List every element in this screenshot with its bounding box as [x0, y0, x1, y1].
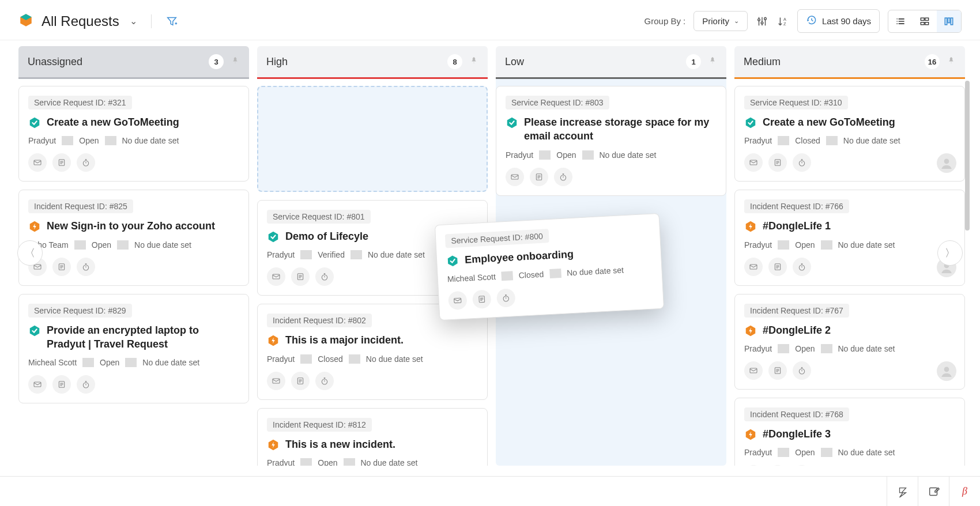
column-count: 16 — [925, 54, 940, 69]
mail-icon[interactable] — [744, 465, 763, 466]
note-icon[interactable] — [472, 290, 492, 309]
request-card[interactable]: Incident Request ID: #768 #DongleLife 3 … — [734, 398, 965, 466]
request-card[interactable]: Incident Request ID: #825 New Sign-in to… — [18, 190, 249, 285]
mail-icon[interactable] — [28, 375, 47, 394]
mail-icon[interactable] — [267, 372, 285, 390]
incident-request-icon — [744, 220, 757, 233]
timer-icon[interactable] — [793, 361, 811, 380]
due-date: No due date set — [137, 358, 205, 367]
timer-icon[interactable] — [77, 375, 95, 394]
pin-icon[interactable] — [231, 56, 240, 67]
column-body[interactable]: Service Request ID: #310 Create a new Go… — [734, 79, 965, 466]
timer-icon[interactable] — [77, 153, 95, 172]
requester: Pradyut — [267, 458, 300, 466]
card-title: Employee onboarding — [465, 247, 574, 267]
status: Open — [94, 358, 125, 367]
card-meta: Pradyut Open No due date set — [267, 458, 478, 466]
page-title: All Requests — [42, 13, 119, 29]
timer-icon[interactable] — [77, 258, 95, 276]
note-icon[interactable] — [530, 168, 548, 186]
status: Closed — [312, 354, 349, 364]
mail-icon[interactable] — [28, 153, 47, 172]
card-title: This is a new incident. — [285, 437, 395, 451]
request-card[interactable]: Incident Request ID: #767 #DongleLife 2 … — [734, 294, 965, 390]
column-count: 3 — [209, 54, 224, 69]
view-kanban-button[interactable] — [937, 10, 961, 32]
card-meta: Zoho Team Open No due date set — [28, 240, 239, 250]
timer-icon[interactable] — [793, 465, 811, 466]
pin-icon[interactable] — [469, 56, 478, 67]
mail-icon[interactable] — [267, 267, 285, 286]
request-card[interactable]: Service Request ID: #310 Create a new Go… — [734, 86, 965, 182]
column-body[interactable]: Service Request ID: #321 Create a new Go… — [18, 79, 249, 466]
request-card[interactable]: Incident Request ID: #766 #DongleLife 1 … — [734, 190, 965, 285]
assignee-avatar[interactable] — [937, 153, 956, 173]
status: Open — [312, 458, 343, 466]
timer-icon[interactable] — [793, 258, 811, 276]
status: Open — [73, 136, 104, 145]
beta-button[interactable]: β — [949, 477, 980, 507]
mail-icon[interactable] — [744, 153, 763, 172]
mail-icon[interactable] — [506, 168, 524, 186]
card-title: #DongleLife 3 — [763, 427, 831, 441]
requester: Micheal Scott — [447, 272, 502, 284]
due-date: No due date set — [362, 250, 431, 259]
column-header[interactable]: Unassigned 3 — [18, 46, 249, 79]
incident-request-icon — [28, 220, 41, 233]
timer-icon[interactable] — [315, 267, 334, 286]
settings-sliders-button[interactable] — [756, 15, 768, 28]
note-icon[interactable] — [768, 153, 787, 172]
timer-icon[interactable] — [496, 288, 516, 308]
mail-icon[interactable] — [744, 258, 763, 276]
note-icon[interactable] — [52, 375, 71, 394]
service-request-icon — [506, 116, 518, 129]
pin-icon[interactable] — [708, 56, 717, 67]
note-icon[interactable] — [768, 258, 787, 276]
note-icon[interactable] — [291, 372, 310, 390]
column-header[interactable]: High 8 — [257, 46, 488, 79]
pin-icon[interactable] — [947, 56, 956, 67]
edit-button[interactable] — [918, 477, 949, 507]
request-card[interactable]: Service Request ID: #829 Provide an encr… — [18, 294, 249, 404]
sort-az-button[interactable] — [777, 15, 789, 28]
mail-icon[interactable] — [744, 361, 763, 380]
assignee-avatar[interactable] — [937, 361, 956, 381]
column-title: High — [266, 56, 288, 68]
view-list-button[interactable] — [888, 10, 913, 32]
scroll-left-button[interactable]: 〈 — [17, 240, 43, 266]
incident-request-icon — [744, 428, 757, 441]
note-icon[interactable] — [291, 267, 310, 286]
view-toggle — [888, 10, 962, 33]
request-card[interactable]: Service Request ID: #321 Create a new Go… — [18, 86, 249, 182]
request-card[interactable]: Incident Request ID: #812 This is a new … — [257, 408, 488, 466]
timer-icon[interactable] — [793, 153, 811, 172]
date-range-button[interactable]: Last 90 days — [797, 9, 880, 33]
incident-request-icon — [267, 439, 280, 451]
request-id-chip: Incident Request ID: #825 — [28, 199, 133, 213]
view-grid-button[interactable] — [913, 10, 937, 32]
title-dropdown-chevron-icon[interactable]: ⌄ — [130, 16, 137, 27]
filter-button[interactable] — [165, 15, 178, 28]
service-request-icon — [28, 116, 41, 129]
column-count: 1 — [686, 54, 701, 69]
note-icon[interactable] — [52, 258, 71, 276]
note-icon[interactable] — [768, 465, 787, 466]
incident-request-icon — [267, 334, 280, 347]
request-card[interactable]: Service Request ID: #803 Please increase… — [496, 86, 726, 196]
drop-slot[interactable] — [257, 86, 488, 192]
card-title: #DongleLife 2 — [763, 323, 831, 337]
scroll-right-button[interactable]: 〉 — [937, 240, 963, 266]
note-icon[interactable] — [768, 361, 787, 380]
column-header[interactable]: Low 1 — [496, 46, 726, 79]
scrollbar[interactable] — [965, 81, 970, 231]
groupby-priority-dropdown[interactable]: Priority ⌄ — [693, 11, 748, 31]
dragging-card[interactable]: Service Request ID: #800 Employee onboar… — [435, 213, 664, 320]
column-header[interactable]: Medium 16 — [734, 46, 965, 79]
mail-icon[interactable] — [448, 291, 468, 311]
zia-button[interactable] — [887, 477, 918, 507]
timer-icon[interactable] — [315, 372, 334, 390]
separator — [151, 14, 152, 28]
note-icon[interactable] — [52, 153, 71, 172]
timer-icon[interactable] — [554, 168, 572, 186]
card-meta: Pradyut Open No due date set — [744, 448, 955, 457]
